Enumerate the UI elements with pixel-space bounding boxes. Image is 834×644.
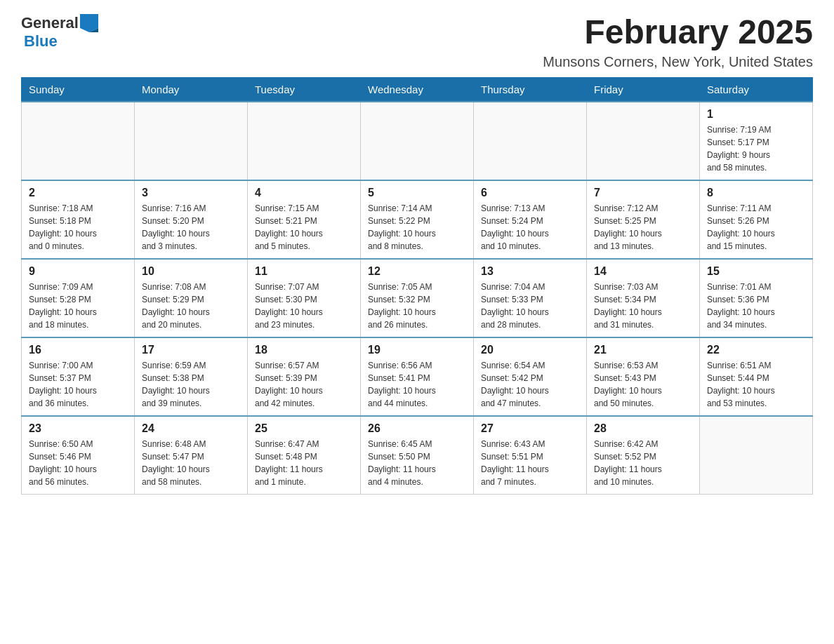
calendar-cell: 10Sunrise: 7:08 AMSunset: 5:29 PMDayligh… — [135, 259, 248, 337]
calendar-cell: 16Sunrise: 7:00 AMSunset: 5:37 PMDayligh… — [22, 337, 135, 416]
day-number: 18 — [255, 344, 353, 356]
day-number: 25 — [255, 422, 353, 435]
day-number: 22 — [707, 344, 805, 356]
day-info: Sunrise: 7:19 AMSunset: 5:17 PMDaylight:… — [707, 123, 805, 174]
day-info: Sunrise: 6:43 AMSunset: 5:51 PMDaylight:… — [481, 438, 579, 488]
calendar-cell: 2Sunrise: 7:18 AMSunset: 5:18 PMDaylight… — [22, 180, 135, 259]
day-info: Sunrise: 7:04 AMSunset: 5:33 PMDaylight:… — [481, 281, 579, 331]
day-number: 8 — [707, 187, 805, 199]
calendar-cell — [700, 416, 813, 495]
location-title: Munsons Corners, New York, United States — [543, 54, 813, 70]
day-info: Sunrise: 7:16 AMSunset: 5:20 PMDaylight:… — [142, 202, 240, 253]
calendar-week-row: 23Sunrise: 6:50 AMSunset: 5:46 PMDayligh… — [22, 416, 813, 495]
day-number: 3 — [142, 187, 240, 199]
day-info: Sunrise: 7:15 AMSunset: 5:21 PMDaylight:… — [255, 202, 353, 253]
calendar-cell: 21Sunrise: 6:53 AMSunset: 5:43 PMDayligh… — [587, 337, 700, 416]
calendar-cell: 15Sunrise: 7:01 AMSunset: 5:36 PMDayligh… — [700, 259, 813, 337]
calendar-cell: 12Sunrise: 7:05 AMSunset: 5:32 PMDayligh… — [361, 259, 474, 337]
calendar-cell: 5Sunrise: 7:14 AMSunset: 5:22 PMDaylight… — [361, 180, 474, 259]
calendar-cell: 22Sunrise: 6:51 AMSunset: 5:44 PMDayligh… — [700, 337, 813, 416]
day-info: Sunrise: 7:12 AMSunset: 5:25 PMDaylight:… — [594, 202, 692, 253]
logo: General Blue — [21, 14, 98, 51]
day-number: 7 — [594, 187, 692, 199]
day-number: 5 — [368, 187, 466, 199]
calendar-cell: 9Sunrise: 7:09 AMSunset: 5:28 PMDaylight… — [22, 259, 135, 337]
weekday-header: Friday — [587, 77, 700, 102]
day-number: 13 — [481, 265, 579, 278]
day-info: Sunrise: 6:53 AMSunset: 5:43 PMDaylight:… — [594, 359, 692, 410]
day-number: 16 — [29, 344, 127, 356]
calendar-table: SundayMondayTuesdayWednesdayThursdayFrid… — [21, 77, 813, 495]
day-number: 21 — [594, 344, 692, 356]
day-info: Sunrise: 6:45 AMSunset: 5:50 PMDaylight:… — [368, 438, 466, 488]
calendar-cell: 13Sunrise: 7:04 AMSunset: 5:33 PMDayligh… — [474, 259, 587, 337]
day-number: 27 — [481, 422, 579, 435]
day-number: 1 — [707, 108, 805, 121]
calendar-cell: 4Sunrise: 7:15 AMSunset: 5:21 PMDaylight… — [248, 180, 361, 259]
day-number: 12 — [368, 265, 466, 278]
day-number: 11 — [255, 265, 353, 278]
calendar-cell: 11Sunrise: 7:07 AMSunset: 5:30 PMDayligh… — [248, 259, 361, 337]
calendar-cell — [361, 102, 474, 180]
day-number: 2 — [29, 187, 127, 199]
day-number: 28 — [594, 422, 692, 435]
weekday-header: Wednesday — [361, 77, 474, 102]
logo-blue-text: Blue — [24, 32, 58, 50]
calendar-cell — [474, 102, 587, 180]
day-info: Sunrise: 7:08 AMSunset: 5:29 PMDaylight:… — [142, 281, 240, 331]
calendar-week-row: 2Sunrise: 7:18 AMSunset: 5:18 PMDaylight… — [22, 180, 813, 259]
calendar-cell: 25Sunrise: 6:47 AMSunset: 5:48 PMDayligh… — [248, 416, 361, 495]
calendar-cell: 14Sunrise: 7:03 AMSunset: 5:34 PMDayligh… — [587, 259, 700, 337]
day-info: Sunrise: 6:54 AMSunset: 5:42 PMDaylight:… — [481, 359, 579, 410]
day-info: Sunrise: 7:03 AMSunset: 5:34 PMDaylight:… — [594, 281, 692, 331]
day-info: Sunrise: 6:50 AMSunset: 5:46 PMDaylight:… — [29, 438, 127, 488]
day-number: 23 — [29, 422, 127, 435]
day-info: Sunrise: 7:07 AMSunset: 5:30 PMDaylight:… — [255, 281, 353, 331]
calendar-cell — [587, 102, 700, 180]
day-number: 20 — [481, 344, 579, 356]
calendar-cell — [135, 102, 248, 180]
weekday-header: Thursday — [474, 77, 587, 102]
day-info: Sunrise: 6:42 AMSunset: 5:52 PMDaylight:… — [594, 438, 692, 488]
day-number: 4 — [255, 187, 353, 199]
day-number: 24 — [142, 422, 240, 435]
calendar-cell: 3Sunrise: 7:16 AMSunset: 5:20 PMDaylight… — [135, 180, 248, 259]
logo-general-text: General — [21, 14, 79, 32]
day-info: Sunrise: 7:00 AMSunset: 5:37 PMDaylight:… — [29, 359, 127, 410]
day-info: Sunrise: 7:11 AMSunset: 5:26 PMDaylight:… — [707, 202, 805, 253]
calendar-header: SundayMondayTuesdayWednesdayThursdayFrid… — [22, 77, 813, 102]
month-title: February 2025 — [543, 14, 813, 51]
day-info: Sunrise: 6:47 AMSunset: 5:48 PMDaylight:… — [255, 438, 353, 488]
calendar-cell: 1Sunrise: 7:19 AMSunset: 5:17 PMDaylight… — [700, 102, 813, 180]
day-info: Sunrise: 6:59 AMSunset: 5:38 PMDaylight:… — [142, 359, 240, 410]
calendar-week-row: 9Sunrise: 7:09 AMSunset: 5:28 PMDaylight… — [22, 259, 813, 337]
day-info: Sunrise: 6:57 AMSunset: 5:39 PMDaylight:… — [255, 359, 353, 410]
weekday-header: Tuesday — [248, 77, 361, 102]
calendar-cell: 17Sunrise: 6:59 AMSunset: 5:38 PMDayligh… — [135, 337, 248, 416]
day-number: 6 — [481, 187, 579, 199]
day-number: 19 — [368, 344, 466, 356]
day-info: Sunrise: 7:14 AMSunset: 5:22 PMDaylight:… — [368, 202, 466, 253]
logo-icon — [80, 14, 98, 32]
day-info: Sunrise: 6:51 AMSunset: 5:44 PMDaylight:… — [707, 359, 805, 410]
day-number: 26 — [368, 422, 466, 435]
weekday-header: Monday — [135, 77, 248, 102]
calendar-body: 1Sunrise: 7:19 AMSunset: 5:17 PMDaylight… — [22, 102, 813, 495]
calendar-cell: 18Sunrise: 6:57 AMSunset: 5:39 PMDayligh… — [248, 337, 361, 416]
calendar-cell: 23Sunrise: 6:50 AMSunset: 5:46 PMDayligh… — [22, 416, 135, 495]
day-number: 9 — [29, 265, 127, 278]
weekday-header-row: SundayMondayTuesdayWednesdayThursdayFrid… — [22, 77, 813, 102]
day-info: Sunrise: 6:56 AMSunset: 5:41 PMDaylight:… — [368, 359, 466, 410]
calendar-cell — [248, 102, 361, 180]
calendar-week-row: 16Sunrise: 7:00 AMSunset: 5:37 PMDayligh… — [22, 337, 813, 416]
day-info: Sunrise: 7:01 AMSunset: 5:36 PMDaylight:… — [707, 281, 805, 331]
calendar-week-row: 1Sunrise: 7:19 AMSunset: 5:17 PMDaylight… — [22, 102, 813, 180]
day-number: 15 — [707, 265, 805, 278]
day-number: 14 — [594, 265, 692, 278]
calendar-cell: 8Sunrise: 7:11 AMSunset: 5:26 PMDaylight… — [700, 180, 813, 259]
calendar-cell: 24Sunrise: 6:48 AMSunset: 5:47 PMDayligh… — [135, 416, 248, 495]
day-info: Sunrise: 7:18 AMSunset: 5:18 PMDaylight:… — [29, 202, 127, 253]
calendar-cell: 20Sunrise: 6:54 AMSunset: 5:42 PMDayligh… — [474, 337, 587, 416]
weekday-header: Sunday — [22, 77, 135, 102]
calendar-cell: 6Sunrise: 7:13 AMSunset: 5:24 PMDaylight… — [474, 180, 587, 259]
